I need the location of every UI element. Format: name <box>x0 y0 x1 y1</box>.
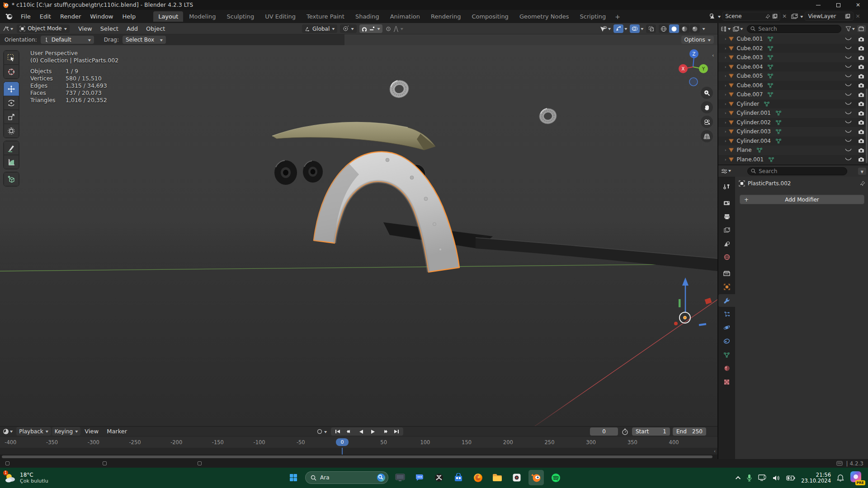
taskbar-search[interactable]: Ara <box>305 471 388 484</box>
disable-in-render-icon[interactable] <box>858 55 864 60</box>
viewport-menu[interactable]: Add <box>123 25 142 32</box>
app-store[interactable] <box>451 470 466 485</box>
viewport-menu[interactable]: Select <box>96 25 123 32</box>
expand-chevron-icon[interactable]: › <box>725 157 726 162</box>
weather-widget[interactable]: 1 18°C Çok bulutlu <box>5 472 48 484</box>
proportional-edit-widget[interactable]: ▼ <box>385 26 403 32</box>
editor-type-button[interactable]: ▼ <box>3 26 13 32</box>
taskbar-clock[interactable]: 21:56 23.10.2024 <box>801 472 831 484</box>
app-monitor[interactable] <box>392 470 408 485</box>
scene-name-field[interactable]: Scene <box>722 12 780 21</box>
overlays-dropdown-chevron[interactable]: ▼ <box>641 27 643 30</box>
show-overlays-toggle[interactable] <box>630 24 640 33</box>
app-chat[interactable] <box>412 470 427 485</box>
workspace-tab[interactable]: Animation <box>385 11 425 22</box>
disable-in-render-icon[interactable] <box>858 92 864 97</box>
mode-dropdown[interactable]: Object Mode▼ <box>17 24 70 33</box>
3d-viewport[interactable]: Z X Y ‹ <box>0 45 717 426</box>
workspace-tab[interactable]: Sculpting <box>222 11 259 22</box>
hide-in-viewport-icon[interactable] <box>845 56 852 60</box>
selected-arc-part[interactable] <box>314 152 459 272</box>
timeline-track[interactable]: ‹ <box>0 448 717 455</box>
outliner-display-mode[interactable]: ▼ <box>733 26 743 32</box>
hide-in-viewport-icon[interactable] <box>845 148 852 152</box>
hide-in-viewport-icon[interactable] <box>845 102 852 106</box>
tab-world[interactable] <box>718 251 735 263</box>
disable-in-render-icon[interactable] <box>858 74 864 79</box>
battery-icon[interactable] <box>786 475 795 481</box>
disable-in-render-icon[interactable] <box>858 101 864 106</box>
timeline-marker-menu[interactable]: Marker <box>103 428 131 435</box>
hide-in-viewport-icon[interactable] <box>845 65 852 69</box>
play-button[interactable] <box>367 427 379 436</box>
shading-wireframe-button[interactable] <box>659 24 669 33</box>
disable-in-render-icon[interactable] <box>858 37 864 42</box>
copy-viewlayer-icon[interactable] <box>845 14 850 19</box>
tab-constraints[interactable] <box>718 335 735 347</box>
tab-physics[interactable] <box>718 321 735 334</box>
end-frame-field[interactable]: End250 <box>673 427 706 436</box>
jump-to-start-button[interactable] <box>332 427 344 436</box>
workspace-tab[interactable]: Layout <box>153 11 183 22</box>
maximize-button[interactable] <box>828 0 848 10</box>
expand-chevron-icon[interactable]: › <box>725 55 726 60</box>
close-button[interactable]: ✕ <box>848 0 868 10</box>
expand-chevron-icon[interactable]: › <box>725 65 726 69</box>
shading-material-button[interactable] <box>679 24 689 33</box>
pin-icon[interactable] <box>860 181 865 186</box>
app-spotify[interactable] <box>548 470 563 485</box>
copilot-button[interactable]: PRE <box>850 471 863 485</box>
topbar-menu[interactable]: Edit <box>35 10 56 23</box>
playback-menu[interactable]: Playback▼ <box>16 427 51 436</box>
expand-chevron-icon[interactable]: › <box>725 102 726 106</box>
disable-in-render-icon[interactable] <box>858 83 864 88</box>
hide-in-viewport-icon[interactable] <box>845 130 852 134</box>
tool-select-box[interactable] <box>4 51 19 65</box>
hide-in-viewport-icon[interactable] <box>845 139 852 143</box>
timeline-editor-type[interactable]: ▼ <box>3 428 13 435</box>
outliner-row[interactable]: › Cube.007 <box>718 90 868 99</box>
viewlayer-dropdown-chevron[interactable]: ▼ <box>800 14 803 18</box>
tab-material[interactable] <box>718 362 735 375</box>
drag-mode-dropdown[interactable]: Select Box▼ <box>123 36 166 44</box>
properties-options-button[interactable]: ▼ <box>858 168 866 175</box>
olive-trim-part[interactable] <box>272 122 435 150</box>
playhead-line[interactable] <box>342 448 343 455</box>
hide-in-viewport-icon[interactable] <box>845 157 852 161</box>
outliner-row[interactable]: › Plane.001 <box>718 155 868 164</box>
minimize-button[interactable] <box>808 0 828 10</box>
expand-chevron-icon[interactable]: › <box>725 129 726 134</box>
gizmo-dropdown-chevron[interactable]: ▼ <box>624 27 627 30</box>
tab-texture[interactable] <box>718 375 735 388</box>
workspace-tab[interactable]: Texture Paint <box>302 11 349 22</box>
options-button[interactable]: Options▼ <box>681 36 714 44</box>
zoom-icon[interactable] <box>701 87 713 99</box>
workspace-tab[interactable]: Shading <box>350 11 384 22</box>
tab-object-data[interactable] <box>718 348 735 361</box>
microphone-icon[interactable] <box>746 474 752 482</box>
pan-hand-icon[interactable] <box>701 101 713 113</box>
viewport-menu[interactable]: Object <box>142 25 169 32</box>
tool-add-cube[interactable] <box>4 172 19 186</box>
app-xbox[interactable] <box>431 470 447 485</box>
add-workspace-button[interactable]: + <box>611 13 624 20</box>
disable-in-render-icon[interactable] <box>858 64 864 69</box>
outliner-row[interactable]: › Cube.003 <box>718 53 868 62</box>
notification-bell-icon[interactable] <box>837 474 844 482</box>
workspace-tab[interactable]: Compositing <box>467 11 514 22</box>
shading-dropdown-chevron[interactable]: ▼ <box>702 27 705 30</box>
snap-widget[interactable]: ▼ <box>359 24 382 33</box>
shading-solid-button[interactable] <box>669 24 679 33</box>
expand-chevron-icon[interactable]: › <box>725 139 726 143</box>
tab-modifiers[interactable] <box>718 294 735 307</box>
grommet-1[interactable] <box>274 160 297 185</box>
new-collection-button[interactable] <box>857 25 866 32</box>
pivot-dropdown[interactable]: ▼ <box>340 24 356 33</box>
stopwatch-icon[interactable] <box>622 428 628 435</box>
metal-ring-2[interactable] <box>538 107 557 125</box>
outliner-scrollbar[interactable] <box>866 89 868 163</box>
jump-to-end-button[interactable] <box>391 427 402 436</box>
speaker-icon[interactable] <box>773 475 780 481</box>
auto-keying-icon[interactable] <box>316 428 323 435</box>
selectability-dropdown[interactable]: ▼ <box>599 26 611 32</box>
